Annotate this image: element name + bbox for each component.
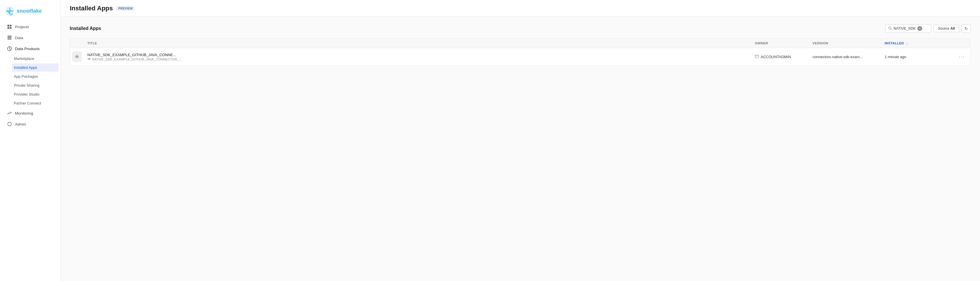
app-owner: ACCOUNTADMIN — [760, 55, 791, 59]
app-owner-cell: ACCOUNTADMIN — [751, 51, 809, 63]
refresh-icon: ↻ — [964, 26, 968, 31]
section-header: Installed Apps NATIVE_SDK ✕ Source — [70, 24, 971, 33]
svg-rect-8 — [10, 27, 11, 29]
svg-point-13 — [889, 27, 891, 29]
sidebar-item-private-sharing-label: Private Sharing — [14, 83, 40, 87]
sidebar-item-installed-apps[interactable]: Installed Apps — [12, 64, 59, 72]
app-name-sub: NATIVE_SDK_EXAMPLE_GITHUB_JAVA_CONNECTOR… — [88, 57, 748, 61]
main-nav: Projects Data Data Products — [0, 21, 60, 130]
sort-arrow-icon: ↓ — [906, 41, 908, 45]
app-icon — [72, 52, 81, 62]
search-icon — [888, 27, 892, 31]
th-title: TITLE — [84, 38, 751, 48]
svg-rect-5 — [8, 25, 9, 27]
sidebar-item-partner-connect[interactable]: Partner Connect — [12, 99, 59, 107]
svg-rect-10 — [8, 37, 11, 38]
th-icon — [70, 38, 84, 48]
app-name-main: NATIVE_SDK_EXAMPLE_GITHUB_JAVA_CONNE... — [88, 53, 748, 57]
owner-icon — [755, 54, 759, 59]
svg-rect-15 — [755, 55, 759, 58]
main-content: Installed Apps PREVIEW Installed Apps NA… — [60, 0, 980, 281]
sidebar-item-marketplace-label: Marketplace — [14, 56, 34, 61]
th-owner: OWNER — [751, 38, 809, 48]
source-value: All — [950, 27, 955, 30]
th-version: VERSION — [809, 38, 881, 48]
data-icon — [7, 35, 12, 40]
search-value: NATIVE_SDK — [894, 27, 916, 30]
data-products-icon — [7, 46, 12, 51]
section-title: Installed Apps — [70, 26, 101, 31]
logo: snowflake — [0, 3, 60, 21]
sidebar-item-data-products-label: Data Products — [15, 47, 40, 51]
svg-rect-7 — [8, 27, 9, 29]
admin-icon — [7, 122, 12, 127]
app-version: connectors-native-sdk-exam... — [809, 51, 881, 62]
page-title: Installed Apps — [70, 5, 113, 12]
sidebar-item-monitoring[interactable]: Monitoring — [2, 108, 59, 118]
sidebar-item-installed-apps-label: Installed Apps — [14, 65, 37, 70]
sidebar-item-app-packages-label: App Packages — [14, 74, 38, 79]
sidebar-item-admin-label: Admin — [15, 122, 26, 126]
svg-rect-6 — [10, 25, 11, 27]
installed-apps-table: TITLE OWNER VERSION INSTALLED ↓ — [70, 38, 971, 66]
sidebar-item-data-label: Data — [15, 36, 23, 40]
sidebar-item-data-products[interactable]: Data Products — [2, 43, 59, 54]
sidebar-item-marketplace[interactable]: Marketplace — [12, 54, 59, 63]
app-installed-time: 1 minute ago — [881, 51, 953, 62]
row-more-button[interactable]: ··· — [953, 51, 970, 64]
th-actions — [953, 38, 970, 48]
app-name-cell: NATIVE_SDK_EXAMPLE_GITHUB_JAVA_CONNE... … — [84, 50, 751, 64]
logo-text: snowflake — [17, 8, 42, 14]
more-icon: ··· — [959, 54, 965, 60]
source-all-button[interactable]: Source All — [934, 25, 959, 32]
th-installed-label: INSTALLED — [885, 41, 904, 45]
snowflake-logo-icon — [5, 6, 14, 16]
sidebar-item-partner-connect-label: Partner Connect — [14, 101, 41, 105]
monitoring-icon — [7, 111, 12, 116]
content-area: Installed Apps NATIVE_SDK ✕ Source — [60, 16, 980, 281]
sub-icon — [88, 57, 91, 61]
refresh-button[interactable]: ↻ — [962, 24, 971, 33]
table-row[interactable]: NATIVE_SDK_EXAMPLE_GITHUB_JAVA_CONNE... … — [70, 48, 970, 65]
th-installed[interactable]: INSTALLED ↓ — [881, 38, 953, 48]
svg-rect-11 — [8, 38, 11, 40]
search-box[interactable]: NATIVE_SDK ✕ — [885, 24, 931, 33]
table-header: TITLE OWNER VERSION INSTALLED ↓ — [70, 38, 970, 48]
data-products-subnav: Marketplace Installed Apps App Packages … — [0, 54, 60, 108]
page-header: Installed Apps PREVIEW — [60, 0, 980, 16]
sidebar-item-monitoring-label: Monitoring — [15, 111, 33, 116]
sidebar: snowflake Projects — [0, 0, 60, 281]
sidebar-item-projects-label: Projects — [15, 25, 29, 29]
sidebar-item-provider-studio-label: Provider Studio — [14, 92, 40, 97]
svg-line-14 — [891, 29, 891, 30]
sidebar-item-app-packages[interactable]: App Packages — [12, 72, 59, 81]
sidebar-item-projects[interactable]: Projects — [2, 22, 59, 32]
projects-icon — [7, 24, 12, 29]
sidebar-item-provider-studio[interactable]: Provider Studio — [12, 90, 59, 98]
preview-badge: PREVIEW — [116, 6, 135, 11]
search-clear-button[interactable]: ✕ — [918, 26, 922, 31]
svg-rect-9 — [8, 36, 11, 37]
sidebar-item-private-sharing[interactable]: Private Sharing — [12, 81, 59, 89]
sidebar-item-admin[interactable]: Admin — [2, 119, 59, 129]
toolbar: NATIVE_SDK ✕ Source All ↻ — [885, 24, 971, 33]
source-label: Source — [938, 27, 950, 30]
sidebar-item-data[interactable]: Data — [2, 33, 59, 43]
app-icon-cell — [70, 48, 84, 65]
